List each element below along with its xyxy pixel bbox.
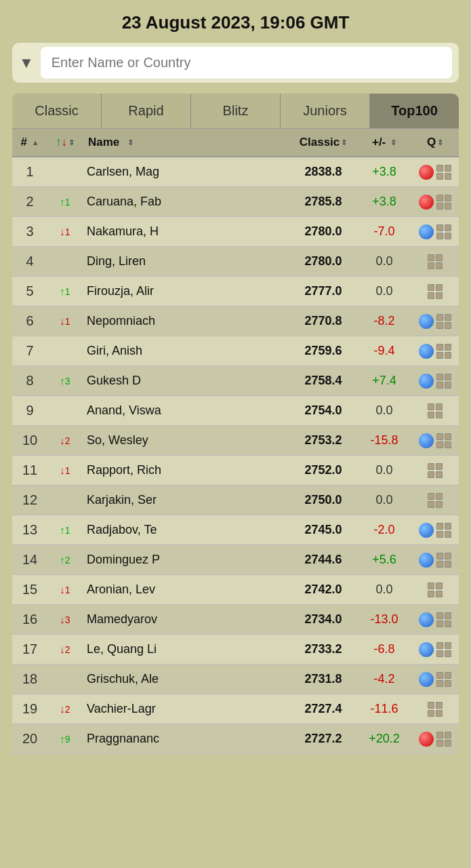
diff-cell: -11.6	[357, 695, 411, 723]
table-row: 5↑1Firouzja, Alir2777.00.0	[12, 277, 459, 307]
search-orb-icon[interactable]	[419, 433, 434, 448]
diff-cell: -13.0	[357, 606, 411, 633]
rating-cell: 2770.8	[289, 307, 357, 335]
grid-icon[interactable]	[428, 463, 443, 478]
table-row: 9Anand, Viswa2754.00.0	[12, 396, 459, 426]
change-cell: ↑2	[47, 547, 83, 572]
rank-cell: 9	[12, 396, 47, 425]
grid-icon[interactable]	[436, 642, 451, 657]
grid-icon[interactable]	[428, 254, 443, 269]
diff-cell: -8.2	[357, 307, 411, 335]
rating-cell: 2838.8	[289, 158, 357, 186]
search-orb-icon[interactable]	[419, 344, 434, 359]
rank-cell: 8	[12, 366, 47, 395]
col-rating: Classic⇕	[289, 129, 357, 156]
rank-cell: 20	[12, 724, 47, 753]
search-input[interactable]	[41, 47, 452, 79]
rank-cell: 2	[12, 187, 47, 216]
search-orb-icon[interactable]	[419, 642, 434, 657]
grid-icon[interactable]	[428, 583, 443, 597]
rating-cell: 2742.0	[289, 576, 357, 604]
col-diff: +/- ⇕	[357, 129, 411, 156]
rank-cell: 1	[12, 157, 47, 186]
grid-icon[interactable]	[428, 702, 443, 717]
rating-cell: 2750.0	[289, 486, 357, 514]
search-orb-icon[interactable]	[419, 195, 434, 210]
grid-icon[interactable]	[436, 553, 451, 568]
grid-icon[interactable]	[436, 374, 451, 389]
grid-icon[interactable]	[436, 612, 451, 627]
icons-cell	[411, 516, 459, 545]
change-cell: ↑1	[47, 189, 83, 214]
icons-cell	[411, 606, 459, 634]
search-orb-icon[interactable]	[419, 553, 434, 568]
rating-cell: 2754.0	[289, 397, 357, 425]
icons-cell	[411, 725, 459, 753]
rank-cell: 7	[12, 336, 47, 366]
table-row: 14↑2Dominguez P2744.6+5.6	[12, 545, 459, 575]
rating-cell: 2753.2	[289, 427, 357, 454]
search-orb-icon[interactable]	[419, 612, 434, 627]
grid-icon[interactable]	[428, 493, 443, 508]
search-orb-icon[interactable]	[419, 523, 434, 538]
change-cell	[47, 404, 83, 418]
change-cell: ↓2	[47, 637, 83, 662]
table-row: 2↑1Caruana, Fab2785.8+3.8	[12, 187, 459, 217]
diff-cell: 0.0	[357, 456, 411, 484]
tab-juniors[interactable]: Juniors	[281, 94, 370, 128]
rank-cell: 4	[12, 247, 47, 276]
diff-cell: -9.4	[357, 337, 411, 365]
grid-icon[interactable]	[436, 344, 451, 359]
change-cell: ↑3	[47, 368, 83, 393]
search-orb-icon[interactable]	[419, 165, 434, 180]
tab-rapid[interactable]: Rapid	[102, 94, 191, 128]
tab-blitz[interactable]: Blitz	[191, 94, 281, 128]
grid-icon[interactable]	[428, 284, 443, 299]
search-orb-icon[interactable]	[419, 224, 434, 239]
tab-classic[interactable]: Classic	[12, 94, 102, 128]
name-cell: So, Wesley	[83, 427, 289, 454]
icons-cell	[411, 307, 459, 336]
search-orb-icon[interactable]	[419, 314, 434, 329]
search-orb-icon[interactable]	[419, 374, 434, 389]
grid-icon[interactable]	[436, 523, 451, 538]
tabs-container: ClassicRapidBlitzJuniorsTop100	[12, 94, 459, 128]
change-cell: ↑9	[47, 726, 83, 751]
table-row: 7Giri, Anish2759.6-9.4	[12, 336, 459, 366]
grid-icon[interactable]	[428, 403, 443, 418]
icons-cell	[411, 665, 459, 694]
search-orb-icon[interactable]	[419, 732, 434, 747]
rating-cell: 2731.8	[289, 665, 357, 693]
grid-icon[interactable]	[436, 732, 451, 747]
grid-icon[interactable]	[436, 433, 451, 448]
search-orb-icon[interactable]	[419, 672, 434, 687]
diff-cell: 0.0	[357, 576, 411, 604]
icons-cell	[411, 367, 459, 395]
table-row: 10↓2So, Wesley2753.2-15.8	[12, 426, 459, 456]
tab-top100[interactable]: Top100	[370, 94, 459, 128]
rank-cell: 19	[12, 694, 47, 724]
diff-cell: +20.2	[357, 725, 411, 753]
name-cell: Vachier-Lagr	[83, 695, 289, 723]
name-cell: Rapport, Rich	[83, 456, 289, 484]
grid-icon[interactable]	[436, 672, 451, 687]
diff-cell: -4.2	[357, 665, 411, 693]
icons-cell	[411, 397, 459, 425]
rank-cell: 15	[12, 575, 47, 604]
grid-icon[interactable]	[436, 224, 451, 239]
table-row: 19↓2Vachier-Lagr2727.4-11.6	[12, 694, 459, 724]
rating-cell: 2752.0	[289, 456, 357, 484]
table-row: 3↓1Nakamura, H2780.0-7.0	[12, 217, 459, 247]
grid-icon[interactable]	[436, 314, 451, 329]
grid-icon[interactable]	[436, 165, 451, 180]
diff-cell: -15.8	[357, 427, 411, 454]
change-cell: ↑1	[47, 517, 83, 542]
rank-cell: 12	[12, 486, 47, 515]
icons-cell	[411, 576, 459, 604]
icons-cell	[411, 427, 459, 455]
icons-cell	[411, 158, 459, 186]
change-cell: ↓1	[47, 577, 83, 602]
icons-cell	[411, 337, 459, 366]
grid-icon[interactable]	[436, 195, 451, 210]
name-cell: Le, Quang Li	[83, 635, 289, 663]
